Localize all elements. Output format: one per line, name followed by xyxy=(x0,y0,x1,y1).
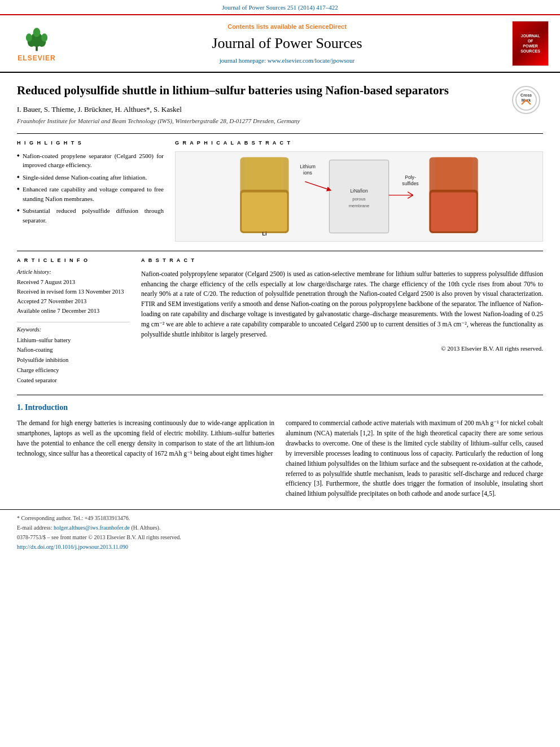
highlights-col: H I G H L I G H T S Nafion-coated propyl… xyxy=(17,139,164,242)
svg-text:Cross: Cross xyxy=(520,93,532,97)
page-footer: * Corresponding author. Tel.: +49 351833… xyxy=(0,509,560,557)
svg-text:Li: Li xyxy=(262,230,267,237)
svg-point-4 xyxy=(26,33,32,42)
keywords-section: Keywords: Lithium–sulfur battery Nafion-… xyxy=(17,322,130,386)
affiliation: Fraunhofer Institute for Material and Be… xyxy=(17,117,543,125)
accepted-date: Accepted 27 November 2013 xyxy=(17,297,130,307)
svg-point-5 xyxy=(41,33,47,42)
keyword-3: Polysulfide inhibition xyxy=(17,355,130,365)
authors: I. Bauer, S. Thieme, J. Brückner, H. Alt… xyxy=(17,104,543,115)
received-revised: Received in revised form 13 November 201… xyxy=(17,287,130,297)
svg-point-6 xyxy=(33,28,41,37)
keywords-title: Keywords: xyxy=(17,326,130,334)
highlight-item-2: Single-sided dense Nafion-coating after … xyxy=(17,173,164,182)
svg-text:ions: ions xyxy=(303,170,312,176)
journal-homepage: journal homepage: www.elsevier.com/locat… xyxy=(62,56,512,65)
graphical-abstract-svg: LiNafion porous membrane Lithium ions Po… xyxy=(176,152,542,241)
svg-rect-11 xyxy=(246,157,283,189)
elsevier-brand: ELSEVIER xyxy=(18,54,55,63)
svg-rect-13 xyxy=(242,193,287,231)
keyword-2: Nafion-coating xyxy=(17,345,130,355)
issn-line: 0378-7753/$ – see front matter © 2013 El… xyxy=(17,534,543,541)
journal-name: Journal of Power Sources xyxy=(62,33,512,54)
abstract-copyright: © 2013 Elsevier B.V. All rights reserved… xyxy=(141,344,543,353)
intro-right-paragraph: compared to commercial cathode active ma… xyxy=(286,418,543,499)
keyword-4: Charge efficiency xyxy=(17,365,130,375)
history-title: Article history: xyxy=(17,268,130,276)
crossmark-badge-container[interactable]: Cross Mark xyxy=(509,83,543,117)
graphical-abstract-col: G R A P H I C A L A B S T R A C T xyxy=(175,139,543,242)
journal-citation: Journal of Power Sources 251 (2014) 417–… xyxy=(222,4,338,11)
footnote-email-suffix: (H. Althues). xyxy=(132,525,161,531)
highlights-label: H I G H L I G H T S xyxy=(17,139,164,147)
article-info-col: A R T I C L E I N F O Article history: R… xyxy=(17,257,130,386)
footnote-star-line: * Corresponding author. Tel.: +49 351833… xyxy=(17,514,543,522)
article-info-label: A R T I C L E I N F O xyxy=(17,257,130,264)
svg-text:LiNafion: LiNafion xyxy=(350,188,368,194)
footnote-email-prefix: E-mail address: xyxy=(17,525,52,531)
received-date: Received 7 August 2013 xyxy=(17,278,130,287)
highlights-graphical-section: H I G H L I G H T S Nafion-coated propyl… xyxy=(17,133,543,242)
svg-text:Poly-: Poly- xyxy=(405,174,416,180)
svg-line-29 xyxy=(408,195,413,198)
svg-rect-17 xyxy=(431,193,476,231)
crossmark-badge: Cross Mark xyxy=(512,86,540,114)
abstract-body: Nafion-coated polypropylene separator (C… xyxy=(141,269,543,340)
abstract-col: A B S T R A C T Nafion-coated polypropyl… xyxy=(141,257,543,386)
intro-left-paragraph: The demand for high energy batteries is … xyxy=(17,418,274,458)
graphical-abstract-label: G R A P H I C A L A B S T R A C T xyxy=(175,139,543,147)
svg-text:Lithium: Lithium xyxy=(300,164,316,169)
available-online: Available online 7 December 2013 xyxy=(17,307,130,316)
intro-heading-text: Introduction xyxy=(25,403,68,412)
footnote-star-text: * Corresponding author. Tel.: +49 351833… xyxy=(17,515,130,521)
homepage-url: www.elsevier.com/locate/jpowsour xyxy=(268,57,355,64)
main-content: Reduced polysulfide shuttle in lithium–s… xyxy=(0,73,560,509)
journal-header: ELSEVIER Contents lists available at Sci… xyxy=(0,15,560,73)
svg-text:membrane: membrane xyxy=(349,203,370,208)
svg-text:sulfides: sulfides xyxy=(402,181,418,186)
highlights-list: Nafion-coated propylene separator (Celga… xyxy=(17,151,164,225)
footnote-email-line: E-mail address: holger.althues@iws.fraun… xyxy=(17,524,543,532)
elsevier-logo: ELSEVIER xyxy=(11,24,62,63)
homepage-prefix: journal homepage: xyxy=(220,57,266,64)
footnote-email-link[interactable]: holger.althues@iws.fraunhofer.de xyxy=(54,525,130,531)
svg-rect-15 xyxy=(435,157,473,189)
graphical-abstract-image: LiNafion porous membrane Lithium ions Po… xyxy=(175,151,543,242)
science-direct-brand: ScienceDirect xyxy=(305,23,347,30)
keyword-1: Lithium–sulfur battery xyxy=(17,335,130,346)
doi-line: http://dx.doi.org/10.1016/j.jpowsour.201… xyxy=(17,543,543,551)
journal-citation-bar: Journal of Power Sources 251 (2014) 417–… xyxy=(0,0,560,15)
article-title: Reduced polysulfide shuttle in lithium–s… xyxy=(17,83,543,98)
article-history: Article history: Received 7 August 2013 … xyxy=(17,268,130,316)
keyword-5: Coated separator xyxy=(17,375,130,386)
highlight-item-1: Nafion-coated propylene separator (Celga… xyxy=(17,151,164,170)
article-title-block: Reduced polysulfide shuttle in lithium–s… xyxy=(17,83,543,98)
introduction-section: 1. Introduction The demand for high ener… xyxy=(17,395,543,499)
svg-text:porous: porous xyxy=(352,196,366,202)
highlight-item-4: Substantial reduced polysulfide diffusio… xyxy=(17,206,164,225)
intro-heading-number: 1. xyxy=(17,403,23,412)
doi-link[interactable]: http://dx.doi.org/10.1016/j.jpowsour.201… xyxy=(17,544,128,550)
introduction-columns: The demand for high energy batteries is … xyxy=(17,418,543,499)
authors-text: I. Bauer, S. Thieme, J. Brückner, H. Alt… xyxy=(17,105,182,113)
svg-line-24 xyxy=(305,182,329,190)
issn-text: 0378-7753/$ – see front matter © 2013 El… xyxy=(17,534,181,540)
science-direct-line: Contents lists available at ScienceDirec… xyxy=(62,23,512,31)
svg-line-28 xyxy=(408,192,413,195)
science-direct-prefix: Contents lists available at xyxy=(228,23,304,30)
introduction-heading: 1. Introduction xyxy=(17,402,543,413)
journal-title-block: Contents lists available at ScienceDirec… xyxy=(62,23,512,65)
intro-right-col: compared to commercial cathode active ma… xyxy=(286,418,543,499)
highlight-item-3: Enhanced rate capability and voltage com… xyxy=(17,185,164,203)
elsevier-tree-icon xyxy=(20,24,54,53)
info-abstract-section: A R T I C L E I N F O Article history: R… xyxy=(17,251,543,386)
intro-left-col: The demand for high energy batteries is … xyxy=(17,418,274,499)
crossmark-icon: Cross Mark xyxy=(515,89,537,111)
abstract-label: A B S T R A C T xyxy=(141,257,543,265)
journal-cover-image: JOURNALOFPOWERSOURCES xyxy=(512,21,549,66)
